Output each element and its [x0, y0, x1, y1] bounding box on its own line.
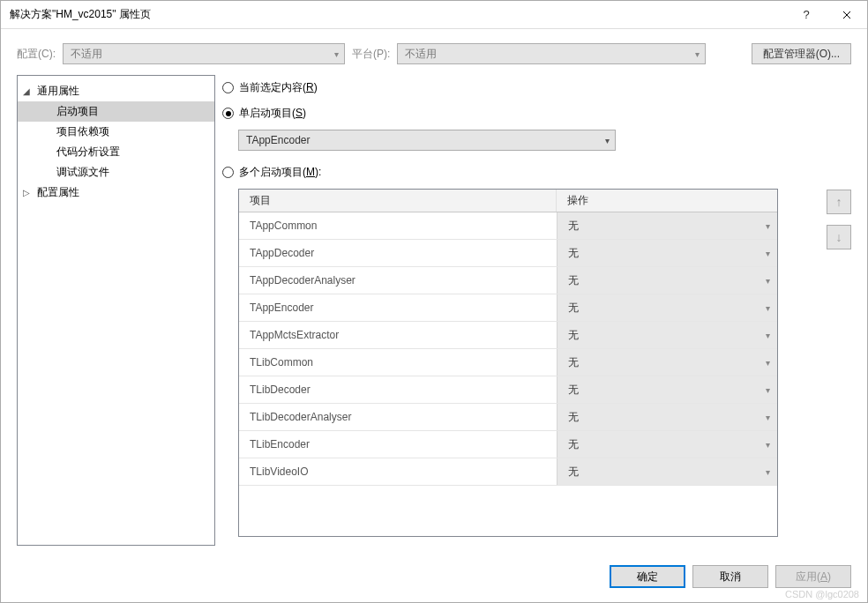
- chevron-down-icon: ▾: [766, 413, 770, 422]
- single-startup-dropdown[interactable]: TAppEncoder ▾: [238, 130, 616, 151]
- move-up-button[interactable]: ↑: [827, 190, 851, 214]
- radio-multi-startup[interactable]: 多个启动项目(M):: [222, 163, 819, 182]
- table-cell-operation[interactable]: 无▾: [557, 294, 777, 321]
- tree-item-common-props[interactable]: ◢ 通用属性: [18, 81, 214, 101]
- table-cell-project: TLibCommon: [239, 349, 557, 376]
- table-row[interactable]: TAppCommon无▾: [239, 212, 777, 240]
- tree-label: 调试源文件: [56, 165, 109, 180]
- ok-button[interactable]: 确定: [610, 565, 685, 588]
- table-cell-operation[interactable]: 无▾: [557, 404, 777, 430]
- table-row[interactable]: TAppEncoder无▾: [239, 294, 777, 322]
- titlebar: 解决方案"HM_vc2015" 属性页 ?: [1, 1, 867, 29]
- radio-label: 单启动项目(S): [239, 106, 306, 121]
- tree-item-config-props[interactable]: ▷ 配置属性: [18, 182, 214, 203]
- table-row[interactable]: TLibDecoder无▾: [239, 376, 777, 404]
- table-cell-project: TLibDecoder: [239, 376, 557, 403]
- chevron-down-icon: ▾: [766, 385, 770, 395]
- chevron-down-icon: ▾: [766, 303, 770, 313]
- tree-label: 启动项目: [56, 104, 99, 119]
- tree-item-code-analysis[interactable]: 代码分析设置: [18, 142, 214, 162]
- chevron-down-icon: ▾: [695, 49, 700, 59]
- side-buttons: ↑ ↓: [827, 75, 851, 546]
- table-cell-project: TAppDecoder: [239, 240, 557, 266]
- table-row[interactable]: TLibCommon无▾: [239, 349, 777, 376]
- table-cell-operation[interactable]: 无▾: [557, 431, 777, 458]
- help-button[interactable]: ?: [786, 1, 827, 29]
- radio-icon: [222, 82, 234, 93]
- tree-label: 项目依赖项: [56, 124, 109, 139]
- main-area: ◢ 通用属性 启动项目 项目依赖项 代码分析设置 调试源文件 ▷ 配置属性: [1, 75, 867, 555]
- chevron-down-icon: ▾: [605, 136, 610, 145]
- chevron-down-icon: ▾: [766, 249, 770, 258]
- chevron-down-icon: ▾: [766, 467, 770, 477]
- arrow-up-icon: ↑: [836, 195, 842, 209]
- table-cell-project: TAppDecoderAnalyser: [239, 267, 557, 294]
- cancel-button[interactable]: 取消: [692, 565, 768, 588]
- config-bar: 配置(C): 不适用 ▾ 平台(P): 不适用 ▾ 配置管理器(O)...: [1, 29, 867, 75]
- radio-current-selection[interactable]: 当前选定内容(R): [222, 78, 819, 97]
- table-cell-operation[interactable]: 无▾: [557, 376, 777, 403]
- tree-item-debug-source[interactable]: 调试源文件: [18, 162, 214, 182]
- close-button[interactable]: [827, 1, 867, 29]
- content-panel: 当前选定内容(R) 单启动项目(S) TAppEncoder ▾ 多个启动项目(…: [222, 75, 851, 546]
- platform-dropdown[interactable]: 不适用 ▾: [397, 43, 706, 64]
- footer: 确定 取消 应用(A): [1, 555, 867, 602]
- arrow-down-icon: ↓: [836, 230, 842, 244]
- table-cell-operation[interactable]: 无▾: [557, 267, 777, 294]
- close-icon: [842, 11, 851, 19]
- chevron-down-icon: ▾: [334, 49, 339, 59]
- caret-right-icon: ▷: [23, 188, 32, 197]
- table-row[interactable]: TAppDecoderAnalyser无▾: [239, 267, 777, 294]
- table-cell-operation[interactable]: 无▾: [557, 240, 777, 266]
- table-header-operation[interactable]: 操作: [557, 190, 777, 212]
- chevron-down-icon: ▾: [766, 358, 770, 368]
- table-cell-project: TLibVideoIO: [239, 458, 557, 485]
- tree-item-project-deps[interactable]: 项目依赖项: [18, 122, 214, 142]
- table-cell-project: TAppMctsExtractor: [239, 322, 557, 348]
- apply-button[interactable]: 应用(A): [775, 565, 851, 588]
- caret-down-icon: ◢: [23, 86, 32, 96]
- table-cell-operation[interactable]: 无▾: [557, 212, 777, 239]
- table-cell-project: TLibEncoder: [239, 431, 557, 458]
- radio-single-startup[interactable]: 单启动项目(S): [222, 104, 819, 123]
- table-row[interactable]: TAppMctsExtractor无▾: [239, 322, 777, 349]
- table-header: 项目 操作: [239, 190, 777, 212]
- chevron-down-icon: ▾: [766, 221, 770, 231]
- radio-icon: [222, 167, 234, 178]
- table-row[interactable]: TLibDecoderAnalyser无▾: [239, 404, 777, 431]
- radio-label: 多个启动项目(M):: [239, 165, 321, 180]
- table-cell-project: TAppEncoder: [239, 294, 557, 321]
- radio-icon: [222, 108, 234, 119]
- chevron-down-icon: ▾: [766, 440, 770, 450]
- window-title: 解决方案"HM_vc2015" 属性页: [10, 7, 786, 22]
- move-down-button[interactable]: ↓: [827, 225, 851, 249]
- config-label: 配置(C):: [17, 47, 56, 62]
- content-main: 当前选定内容(R) 单启动项目(S) TAppEncoder ▾ 多个启动项目(…: [222, 75, 819, 546]
- platform-value: 不适用: [405, 47, 437, 62]
- config-value: 不适用: [71, 47, 102, 62]
- tree-label: 代码分析设置: [56, 145, 120, 160]
- tree-panel: ◢ 通用属性 启动项目 项目依赖项 代码分析设置 调试源文件 ▷ 配置属性: [17, 75, 215, 546]
- tree-item-startup[interactable]: 启动项目: [18, 101, 214, 122]
- table-cell-operation[interactable]: 无▾: [557, 458, 777, 485]
- table-body: TAppCommon无▾TAppDecoder无▾TAppDecoderAnal…: [239, 212, 777, 486]
- table-cell-project: TAppCommon: [239, 212, 557, 239]
- chevron-down-icon: ▾: [766, 276, 770, 286]
- table-row[interactable]: TAppDecoder无▾: [239, 240, 777, 267]
- radio-label: 当前选定内容(R): [239, 80, 318, 95]
- config-dropdown[interactable]: 不适用 ▾: [63, 43, 345, 64]
- tree-label: 配置属性: [37, 185, 79, 200]
- table-cell-project: TLibDecoderAnalyser: [239, 404, 557, 430]
- table-cell-operation[interactable]: 无▾: [557, 349, 777, 376]
- table-row[interactable]: TLibVideoIO无▾: [239, 458, 777, 486]
- table-cell-operation[interactable]: 无▾: [557, 322, 777, 348]
- table-header-project[interactable]: 项目: [239, 190, 557, 212]
- config-manager-button[interactable]: 配置管理器(O)...: [752, 43, 851, 64]
- watermark: CSDN @lgc0208: [785, 589, 859, 599]
- platform-label: 平台(P):: [352, 47, 390, 62]
- multi-startup-table: 项目 操作 TAppCommon无▾TAppDecoder无▾TAppDecod…: [238, 189, 778, 537]
- chevron-down-icon: ▾: [766, 331, 770, 340]
- tree-label: 通用属性: [37, 84, 79, 99]
- table-row[interactable]: TLibEncoder无▾: [239, 431, 777, 458]
- dialog-window: 解决方案"HM_vc2015" 属性页 ? 配置(C): 不适用 ▾ 平台(P)…: [0, 0, 868, 603]
